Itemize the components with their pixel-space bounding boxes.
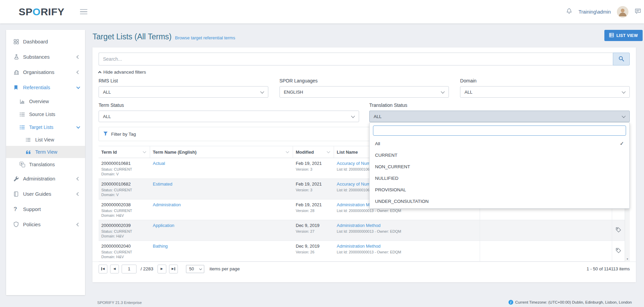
- sidebar: Dashboard Substances Organisations: [6, 30, 85, 295]
- rms-list-value: ALL: [103, 90, 111, 95]
- dropdown-option-nullified[interactable]: NULLIFIED: [370, 172, 629, 184]
- column-header-term-name[interactable]: Term Name (English): [150, 146, 293, 158]
- sidebar-item-term-view[interactable]: Term View: [6, 146, 85, 158]
- quote-icon: [26, 150, 35, 154]
- page-title: Target Lists (All Terms): [92, 32, 171, 41]
- sporify-logo: SPORIFY: [19, 6, 64, 18]
- term-version: Version: 3: [296, 167, 332, 172]
- avatar[interactable]: [617, 6, 628, 18]
- list-view-icon: [609, 33, 614, 38]
- tag-icon[interactable]: [616, 227, 621, 234]
- user-menu[interactable]: Training\admin: [579, 9, 611, 15]
- scrollbar-down-arrow[interactable]: ▼: [625, 256, 630, 262]
- tag-icon[interactable]: [616, 248, 621, 255]
- search-button[interactable]: [613, 53, 630, 65]
- sidebar-item-source-lists[interactable]: Source Lists: [6, 108, 85, 121]
- dashboard-icon: [14, 39, 23, 44]
- term-name-link[interactable]: Estimated: [153, 181, 291, 187]
- last-page-button[interactable]: ▶: [169, 265, 178, 273]
- term-name-link[interactable]: Actual: [153, 160, 291, 166]
- sidebar-item-referentials[interactable]: Referentials: [6, 80, 85, 95]
- chevron-down-icon: [199, 267, 202, 270]
- term-domain: Domain: V: [101, 172, 148, 176]
- column-header-term-id[interactable]: Term Id: [99, 146, 150, 158]
- list-icon: [26, 138, 35, 142]
- sidebar-item-substances[interactable]: Substances: [6, 49, 85, 64]
- term-status-label: Term Status: [99, 102, 359, 108]
- chevron-down-icon: [77, 86, 80, 89]
- list-view-button[interactable]: LIST VIEW: [604, 30, 643, 41]
- dropdown-option-under-consultation[interactable]: UNDER_CONSULTATION: [370, 195, 629, 207]
- dropdown-option-non-current[interactable]: NON_CURRENT: [370, 161, 629, 172]
- dropdown-search-input[interactable]: [373, 126, 626, 136]
- term-name-link[interactable]: Administration: [153, 202, 291, 208]
- list-name-link[interactable]: Administration Method: [337, 223, 478, 228]
- chevron-left-icon: [77, 71, 80, 74]
- sidebar-item-user-guides[interactable]: User Guides: [6, 186, 85, 202]
- sidebar-item-administration[interactable]: Administration: [6, 171, 85, 186]
- sidebar-item-organisations[interactable]: Organisations: [6, 64, 85, 80]
- term-status-select[interactable]: ALL: [99, 111, 359, 122]
- total-pages-label: / 2283: [141, 266, 153, 271]
- chevron-down-icon: [260, 90, 264, 93]
- list-view-label: LIST VIEW: [616, 33, 638, 38]
- sidebar-label: List View: [35, 137, 54, 142]
- term-status-value: ALL: [103, 114, 111, 119]
- logo-text-sp: SP: [19, 6, 33, 17]
- previous-page-button[interactable]: ◀: [110, 265, 119, 273]
- browse-terms-link[interactable]: Browse target referential terms: [175, 35, 235, 40]
- sidebar-item-policies[interactable]: Policies: [6, 217, 85, 232]
- rms-list-select[interactable]: ALL: [99, 86, 268, 98]
- page-number-input[interactable]: [122, 265, 137, 273]
- sidebar-label: Administration: [23, 176, 55, 181]
- term-status: Status: CURRENT: [101, 250, 148, 254]
- menu-toggle-icon[interactable]: [80, 9, 87, 15]
- term-name-link[interactable]: Bathing: [153, 243, 291, 249]
- table-row: 200000002039 Status: CURRENT Domain: H&V…: [99, 220, 630, 241]
- bar-chart-icon: [20, 99, 29, 104]
- list-info: List Id: 200000000013 - Owner: EDQM: [337, 229, 478, 234]
- sidebar-item-dashboard[interactable]: Dashboard: [6, 34, 85, 49]
- spor-languages-label: SPOR Languages: [279, 78, 449, 83]
- modified-date: Feb 19, 2021: [296, 181, 332, 187]
- notifications-bell-icon[interactable]: [566, 8, 573, 16]
- translation-status-select[interactable]: ALL: [369, 111, 630, 122]
- sidebar-label: Support: [23, 206, 41, 212]
- search-input[interactable]: [99, 53, 613, 65]
- sidebar-label: Substances: [23, 54, 49, 60]
- term-version: Version: 3: [296, 188, 332, 192]
- feedback-bubble-icon[interactable]: [635, 8, 641, 16]
- term-version: Version: 26: [296, 250, 332, 254]
- modified-date: Dec 9, 2019: [296, 223, 332, 228]
- term-name-link[interactable]: Application: [153, 223, 291, 228]
- column-header-modified[interactable]: Modified: [293, 146, 334, 158]
- term-status: Status: CURRENT: [101, 167, 148, 172]
- sidebar-item-target-lists[interactable]: Target Lists: [6, 121, 85, 134]
- spor-languages-select[interactable]: ENGLISH: [279, 86, 449, 98]
- translation-status-label: Translation Status: [369, 102, 630, 108]
- sidebar-item-support[interactable]: ? Support: [6, 202, 85, 217]
- sidebar-label: Translations: [29, 162, 55, 167]
- app-version-label: SPORIFY 21.3 Enterprise: [97, 301, 142, 305]
- sidebar-label: Source Lists: [29, 112, 55, 117]
- list-name-link[interactable]: Administration Method: [337, 243, 478, 249]
- hide-advanced-filters-toggle[interactable]: Hide advanced filters: [99, 70, 173, 75]
- sidebar-item-translations[interactable]: A Translations: [6, 158, 85, 171]
- next-page-button[interactable]: ▶: [158, 265, 166, 273]
- domain-select[interactable]: ALL: [460, 86, 630, 98]
- dropdown-option-all[interactable]: All ✓: [370, 138, 629, 149]
- list-info: List Id: 200000000013 - Owner: EDQM: [337, 208, 478, 213]
- dropdown-option-current[interactable]: CURRENT: [370, 149, 629, 161]
- buildings-icon: [14, 69, 23, 75]
- modified-date: Feb 19, 2021: [296, 202, 332, 208]
- first-page-button[interactable]: ◀: [99, 265, 107, 273]
- search-bar: [99, 53, 630, 65]
- page-size-select[interactable]: 50: [186, 265, 204, 273]
- sidebar-item-overview[interactable]: Overview: [6, 95, 85, 108]
- chevron-down-icon: [622, 90, 625, 93]
- shield-icon: [14, 222, 23, 227]
- logo-text-rify: RIFY: [41, 6, 64, 17]
- results-range-label: 1 - 50 of 114113 items: [587, 266, 630, 271]
- dropdown-option-provisional[interactable]: PROVISIONAL: [370, 184, 629, 195]
- sidebar-item-list-view[interactable]: List View: [6, 134, 85, 146]
